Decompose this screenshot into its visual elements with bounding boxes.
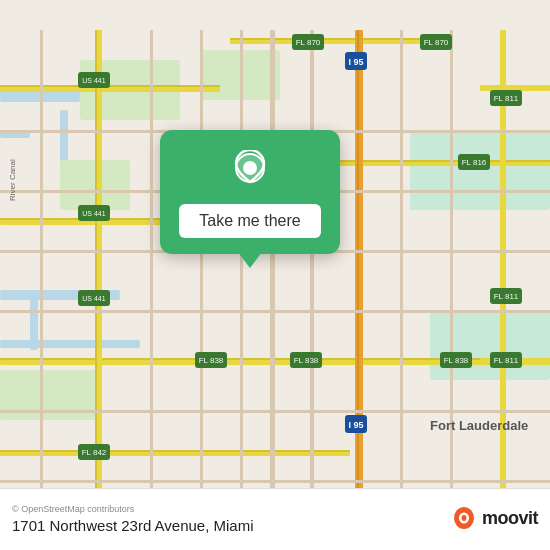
svg-point-83 — [461, 515, 466, 521]
svg-rect-33 — [270, 30, 275, 520]
svg-text:FL 811: FL 811 — [494, 94, 519, 103]
svg-rect-6 — [30, 290, 38, 350]
svg-text:FL 816: FL 816 — [462, 158, 487, 167]
svg-text:I 95: I 95 — [348, 57, 363, 67]
take-me-there-button[interactable]: Take me there — [179, 204, 320, 238]
moovit-brand-label: moovit — [482, 508, 538, 529]
svg-rect-17 — [0, 85, 220, 87]
moovit-icon — [450, 505, 478, 533]
moovit-logo: moovit — [450, 505, 538, 533]
svg-text:FL 838: FL 838 — [199, 356, 224, 365]
svg-rect-38 — [0, 310, 550, 313]
svg-text:FL 838: FL 838 — [294, 356, 319, 365]
address-label: 1701 Northwest 23rd Avenue, Miami — [12, 517, 254, 534]
bottom-bar: © OpenStreetMap contributors 1701 Northw… — [0, 488, 550, 550]
svg-rect-46 — [450, 30, 453, 520]
svg-rect-44 — [240, 30, 243, 520]
svg-text:FL 870: FL 870 — [424, 38, 449, 47]
map-roads: I 95 I 95 FL 870 FL 870 US 441 US 441 US… — [0, 0, 550, 550]
svg-rect-40 — [0, 480, 550, 483]
svg-rect-12 — [430, 310, 550, 380]
svg-rect-43 — [200, 30, 203, 520]
svg-text:River Canal: River Canal — [8, 159, 17, 201]
svg-text:US 441: US 441 — [82, 210, 105, 217]
svg-rect-29 — [357, 30, 359, 520]
svg-text:I 95: I 95 — [348, 420, 363, 430]
svg-text:FL 870: FL 870 — [296, 38, 321, 47]
svg-rect-42 — [150, 30, 153, 520]
svg-text:US 441: US 441 — [82, 295, 105, 302]
location-pin-icon — [228, 150, 272, 194]
svg-rect-25 — [0, 450, 350, 452]
svg-point-80 — [243, 161, 257, 175]
popup-card: Take me there — [160, 130, 340, 254]
svg-rect-45 — [400, 30, 403, 520]
map-attribution: © OpenStreetMap contributors — [12, 504, 254, 514]
svg-text:FL 811: FL 811 — [494, 356, 519, 365]
svg-rect-41 — [40, 30, 43, 520]
svg-text:Fort Lauderdale: Fort Lauderdale — [430, 418, 528, 433]
svg-text:FL 811: FL 811 — [494, 292, 519, 301]
address-section: © OpenStreetMap contributors 1701 Northw… — [12, 504, 254, 534]
svg-rect-5 — [0, 340, 140, 348]
svg-text:FL 842: FL 842 — [82, 448, 107, 457]
svg-text:US 441: US 441 — [82, 77, 105, 84]
map-container: I 95 I 95 FL 870 FL 870 US 441 US 441 US… — [0, 0, 550, 550]
svg-text:FL 838: FL 838 — [444, 356, 469, 365]
svg-rect-34 — [310, 30, 314, 520]
svg-rect-39 — [0, 410, 550, 413]
